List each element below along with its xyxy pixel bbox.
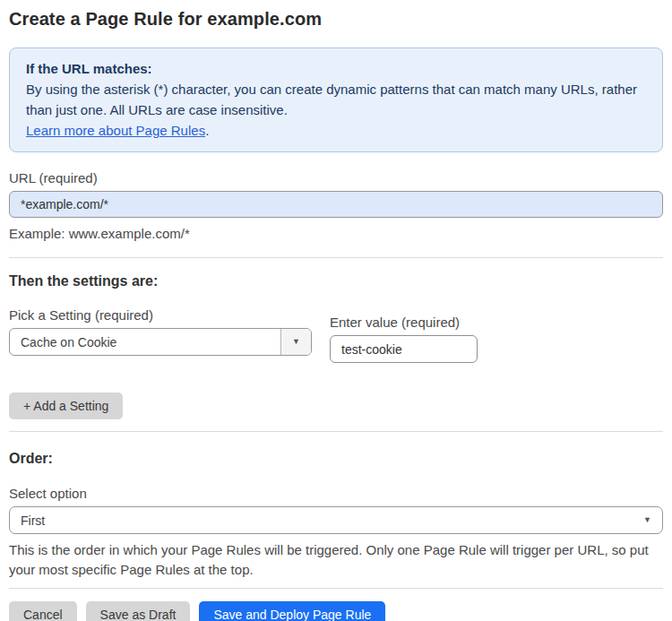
info-box-body: By using the asterisk (*) character, you… [26,79,646,120]
chevron-down-icon: ▼ [643,516,651,524]
add-setting-button[interactable]: + Add a Setting [9,392,123,419]
settings-row: Pick a Setting (required) Cache on Cooki… [9,307,663,363]
setting-select[interactable]: Cache on Cookie ▼ [9,328,312,356]
divider [9,431,663,432]
learn-more-link[interactable]: Learn more about Page Rules [26,123,205,138]
url-example-helper: Example: www.example.com/* [9,224,663,244]
url-field-label: URL (required) [9,170,663,185]
chevron-down-icon: ▼ [292,338,300,346]
page-title: Create a Page Rule for example.com [9,9,663,30]
create-page-rule-form: Create a Page Rule for example.com If th… [0,0,672,621]
cancel-button[interactable]: Cancel [9,601,77,621]
setting-value-input[interactable] [330,335,478,363]
setting-select-arrow-button[interactable]: ▼ [280,329,311,355]
order-select-value: First [21,513,45,528]
url-match-info-box: If the URL matches: By using the asteris… [9,47,663,152]
settings-section-heading: Then the settings are: [9,273,663,289]
setting-picker-label: Pick a Setting (required) [9,307,312,323]
order-select-label: Select option [9,486,663,501]
info-box-heading: If the URL matches: [26,58,646,79]
setting-value-label: Enter value (required) [330,315,478,330]
order-section-heading: Order: [9,451,663,467]
link-period: . [205,123,209,138]
divider [9,588,663,589]
url-input[interactable] [9,191,663,218]
order-select[interactable]: First ▼ [9,506,663,534]
divider [9,257,663,258]
setting-select-value: Cache on Cookie [10,329,280,355]
order-helper-text: This is the order in which your Page Rul… [9,540,654,580]
info-box-link-line: Learn more about Page Rules. [26,120,646,141]
setting-value-column: Enter value (required) [330,315,478,363]
setting-picker-column: Pick a Setting (required) Cache on Cooki… [9,307,312,356]
form-action-buttons: Cancel Save as Draft Save and Deploy Pag… [9,601,663,621]
save-as-draft-button[interactable]: Save as Draft [86,601,191,621]
save-and-deploy-button[interactable]: Save and Deploy Page Rule [199,601,385,621]
